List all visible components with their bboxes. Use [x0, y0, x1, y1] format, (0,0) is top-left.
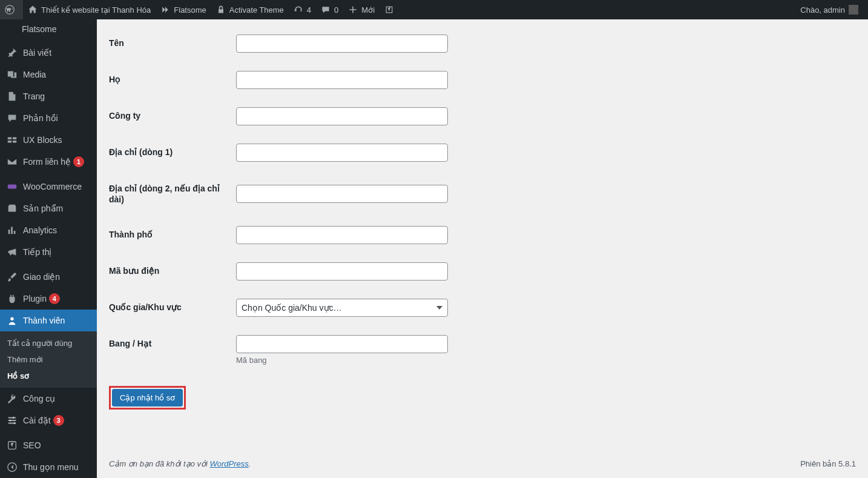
footer-thanks-prefix: Cảm ơn bạn đã khởi tạo với: [109, 459, 210, 468]
input-address1[interactable]: [236, 144, 448, 162]
sidebar-item-label: Cài đặt: [23, 416, 51, 425]
lock-icon: [216, 5, 226, 15]
updates[interactable]: 4: [289, 0, 316, 19]
submenu-all-users[interactable]: Tất cả người dùng: [0, 335, 97, 351]
updates-count: 4: [307, 5, 311, 15]
submenu-profile[interactable]: Hồ sơ: [0, 368, 97, 384]
home-icon: [28, 5, 38, 15]
sliders-icon: [6, 414, 18, 427]
sidebar-item-marketing[interactable]: Tiếp thị: [0, 241, 97, 263]
sidebar-item-label: Trang: [23, 91, 45, 101]
update-profile-button[interactable]: Cập nhật hồ sơ: [112, 389, 183, 407]
greeting-label: Chào, admin: [800, 5, 845, 15]
comments-count: 0: [334, 5, 338, 15]
site-name-label: Thiết kế website tại Thanh Hóa: [41, 5, 151, 15]
sidebar-item-comments[interactable]: Phản hồi: [0, 107, 97, 129]
footer-thanks-suffix: .: [249, 459, 251, 468]
sidebar-item-label: Form liên hệ: [23, 157, 71, 167]
new-content[interactable]: Mới: [343, 0, 380, 19]
site-name[interactable]: Thiết kế website tại Thanh Hóa: [23, 0, 156, 19]
update-icon: [294, 5, 303, 15]
sidebar-item-label: Phản hồi: [23, 113, 58, 123]
wp-logo[interactable]: [0, 0, 23, 19]
users-submenu: Tất cả người dùng Thêm mới Hồ sơ: [0, 331, 97, 388]
sidebar-item-label: UX Blocks: [23, 135, 62, 145]
sidebar-item-contactform[interactable]: Form liên hệ 1: [0, 151, 97, 173]
sidebar-item-seo[interactable]: SEO: [0, 434, 97, 456]
sidebar-item-posts[interactable]: Bài viết: [0, 42, 97, 64]
badge: 3: [53, 415, 64, 426]
comments[interactable]: 0: [316, 0, 343, 19]
sidebar-item-label: Giao diện: [23, 272, 60, 282]
blocks-icon: [6, 134, 18, 146]
state-help-text: Mã bang: [236, 356, 850, 365]
mail-icon: [6, 156, 18, 168]
badge: 1: [73, 156, 84, 167]
label-first-name: Tên: [109, 25, 230, 62]
input-company[interactable]: [236, 107, 448, 125]
main-body: Tên Họ Công ty Địa chỉ (dòng 1) Địa chỉ …: [97, 0, 868, 478]
input-city[interactable]: [236, 226, 448, 244]
sidebar-item-uxblocks[interactable]: UX Blocks: [0, 129, 97, 151]
activate-theme-label: Activate Theme: [229, 5, 284, 15]
sidebar-item-label: Bài viết: [23, 48, 51, 58]
seo-icon: [384, 5, 394, 15]
yoast-link[interactable]: [380, 0, 403, 19]
sidebar-item-users[interactable]: Thành viên: [0, 310, 97, 331]
sidebar-item-pages[interactable]: Trang: [0, 85, 97, 107]
sidebar-item-flatsome[interactable]: Flatsome: [0, 19, 97, 39]
collapse-icon: [6, 461, 18, 473]
label-address2: Địa chỉ (dòng 2, nếu địa chỉ dài): [109, 171, 230, 217]
input-first-name[interactable]: [236, 35, 448, 53]
sidebar-item-plugins[interactable]: Plugin 4: [0, 288, 97, 310]
my-account[interactable]: Chào, admin: [795, 0, 863, 19]
sidebar-item-tools[interactable]: Công cụ: [0, 388, 97, 410]
activate-theme[interactable]: Activate Theme: [211, 0, 289, 19]
chart-icon: [6, 224, 18, 236]
sidebar-item-collapse[interactable]: Thu gọn menu: [0, 456, 97, 478]
main-content: Tên Họ Công ty Địa chỉ (dòng 1) Địa chỉ …: [97, 19, 868, 453]
seo-icon: [6, 439, 18, 451]
sidebar-item-label: SEO: [23, 440, 41, 450]
pin-icon: [6, 47, 18, 59]
label-city: Thành phố: [109, 217, 230, 253]
svg-rect-1: [8, 184, 16, 188]
select-country[interactable]: Chọn Quốc gia/Khu vực…: [236, 299, 448, 317]
footer: Cảm ơn bạn đã khởi tạo với WordPress. Ph…: [97, 453, 868, 478]
input-state[interactable]: [236, 335, 448, 353]
sidebar-item-woocommerce[interactable]: WooCommerce: [0, 176, 97, 198]
sidebar-item-appearance[interactable]: Giao diện: [0, 266, 97, 288]
plus-icon: [348, 5, 358, 15]
badge: 4: [49, 293, 60, 304]
sidebar-item-analytics[interactable]: Analytics: [0, 219, 97, 241]
sidebar-item-label: Analytics: [23, 225, 57, 235]
comment-icon: [6, 112, 18, 124]
svg-point-2: [10, 317, 13, 320]
theme-label: Flatsome: [174, 5, 206, 15]
theme-link[interactable]: Flatsome: [156, 0, 211, 19]
svg-point-3: [13, 417, 15, 419]
label-country: Quốc gia/Khu vực: [109, 290, 230, 326]
footer-version: Phiên bản 5.8.1: [800, 459, 856, 468]
sidebar-item-products[interactable]: Sản phẩm: [0, 198, 97, 219]
svg-point-4: [10, 419, 12, 422]
sidebar-item-media[interactable]: Media: [0, 64, 97, 85]
sidebar-item-label: Thu gọn menu: [23, 462, 79, 472]
woo-icon: [6, 181, 18, 193]
admin-menu: Flatsome Bài viết Media Trang Phản hồi U…: [0, 19, 97, 478]
admin-bar-left: Thiết kế website tại Thanh Hóa Flatsome …: [0, 0, 795, 19]
plugin-icon: [6, 293, 18, 305]
brush-icon: [6, 271, 18, 283]
input-address2[interactable]: [236, 185, 448, 203]
input-last-name[interactable]: [236, 71, 448, 89]
comment-icon: [321, 5, 330, 15]
new-label: Mới: [361, 5, 375, 15]
sidebar-item-settings[interactable]: Cài đặt 3: [0, 410, 97, 431]
sidebar-item-label: WooCommerce: [23, 182, 82, 191]
megaphone-icon: [6, 246, 18, 258]
user-icon: [6, 314, 18, 327]
input-postcode[interactable]: [236, 262, 448, 280]
submenu-add-new[interactable]: Thêm mới: [0, 351, 97, 368]
wordpress-link[interactable]: WordPress: [210, 459, 249, 468]
sidebar-item-label: Sản phẩm: [23, 204, 63, 213]
